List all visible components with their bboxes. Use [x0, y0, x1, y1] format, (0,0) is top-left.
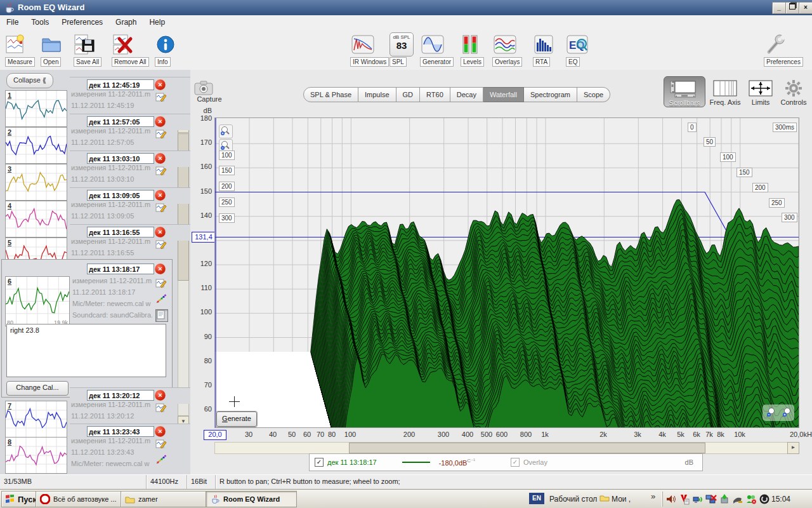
zoom-in-icon[interactable] [781, 407, 792, 418]
generator-button[interactable]: Generator [420, 32, 445, 57]
desktop-toolbar[interactable]: Рабочий стол Мои , [549, 494, 631, 504]
collapse-button[interactable]: Collapse ⟪ [6, 73, 53, 88]
tab-impulse[interactable]: Impulse [358, 87, 396, 102]
rta-button[interactable]: RTA [533, 32, 554, 57]
change-cal-button[interactable]: Change Cal... [6, 381, 69, 396]
menu-preferences[interactable]: Preferences [55, 15, 109, 27]
menu-help[interactable]: Help [143, 15, 171, 27]
update-icon[interactable] [719, 493, 730, 505]
measurement-thumbnail[interactable]: 3 [5, 164, 67, 201]
measurement-thumbnail[interactable]: 4 [5, 201, 67, 237]
zoom-fit-vertical-icon[interactable] [219, 124, 233, 138]
open-button[interactable]: Open [41, 32, 62, 57]
measurement-thumbnail[interactable]: 68019,9k [5, 276, 70, 326]
volume-icon[interactable] [665, 493, 677, 505]
tab-decay[interactable]: Decay [450, 87, 483, 102]
generate-button[interactable]: Generate [216, 411, 257, 427]
edit-measurement-icon[interactable] [155, 91, 167, 103]
language-indicator[interactable]: EN [529, 493, 544, 504]
delete-measurement-icon[interactable]: × [155, 390, 166, 401]
tab-gd[interactable]: GD [396, 87, 421, 102]
menu-graph[interactable]: Graph [109, 15, 143, 27]
edit-measurement-icon[interactable] [155, 438, 167, 450]
remove-all-button[interactable]: Remove All [112, 32, 134, 57]
ir-windows-button[interactable]: IR Windows [350, 32, 376, 57]
measurement-name-input[interactable] [87, 79, 154, 90]
measurement-thumbnail[interactable]: 1 [5, 90, 67, 127]
minimize-button[interactable]: _ [772, 2, 786, 14]
edit-measurement-icon[interactable] [155, 239, 167, 250]
messenger-icon[interactable] [745, 493, 757, 505]
antivirus-icon[interactable] [679, 493, 690, 505]
delete-measurement-icon[interactable]: × [155, 190, 166, 201]
measurement-name-input[interactable] [87, 390, 154, 401]
tab-spl-amp-phase[interactable]: SPL & Phase [303, 87, 358, 102]
measurement-name-input[interactable] [87, 116, 154, 127]
measurement-name-input[interactable] [87, 227, 154, 237]
restore-button[interactable] [785, 2, 799, 14]
tab-rt60[interactable]: RT60 [420, 87, 450, 102]
toolbar-chevron[interactable]: » [651, 491, 655, 501]
edit-measurement-icon[interactable] [155, 402, 167, 413]
tab-waterfall[interactable]: Waterfall [483, 87, 524, 102]
waterfall-chart[interactable]: 100150200250300 050100150200250300 300ms… [214, 117, 799, 428]
edit-measurement-icon[interactable] [155, 128, 167, 140]
edit-measurement-icon[interactable] [155, 165, 167, 177]
eq-icon: EQ [566, 32, 589, 57]
sweep-settings-icon[interactable] [155, 454, 167, 465]
delete-measurement-icon[interactable]: × [155, 227, 166, 237]
measurement-name-input[interactable] [87, 426, 154, 437]
scrollbars-button[interactable]: Scrollbars [664, 76, 705, 107]
zoom-out-icon[interactable] [765, 407, 776, 418]
y-tick-label: 60 [190, 405, 212, 413]
measurement-thumbnail[interactable]: 8 [5, 437, 67, 474]
task-button-1[interactable]: zamer [121, 491, 212, 507]
overlay-checkbox[interactable]: ✓ [511, 458, 520, 467]
measurement-thumbnail[interactable]: 7 [5, 401, 67, 438]
tab-scope[interactable]: Scope [577, 87, 610, 102]
limits-button[interactable]: Limits [746, 76, 775, 106]
levels-button[interactable]: Levels [461, 32, 480, 57]
measurement-name-input[interactable] [87, 153, 154, 164]
delete-measurement-icon[interactable]: × [155, 153, 166, 164]
preferences-button[interactable]: Preferences [764, 32, 787, 57]
delete-measurement-icon[interactable]: × [155, 426, 166, 437]
tab-spectrogram[interactable]: Spectrogram [524, 87, 577, 102]
info-button[interactable]: Info [155, 32, 176, 57]
delete-measurement-icon[interactable]: × [155, 264, 166, 274]
close-button[interactable]: × [799, 2, 812, 14]
controls-button[interactable]: Controls [778, 76, 809, 106]
opera-tray-icon[interactable] [759, 493, 770, 505]
edit-measurement-icon[interactable] [155, 277, 167, 289]
printer-icon[interactable] [732, 493, 743, 505]
notes-icon[interactable] [155, 309, 168, 322]
start-button[interactable]: Пуск [1, 491, 38, 507]
delete-measurement-icon[interactable]: × [155, 116, 166, 127]
hscroll-thumb[interactable] [349, 443, 705, 453]
notes-textarea[interactable]: right 23.8 [6, 324, 166, 377]
menu-tools[interactable]: Tools [25, 15, 55, 27]
hscroll-right-arrow[interactable]: ► [787, 442, 799, 454]
delete-measurement-icon[interactable]: × [155, 79, 166, 90]
eq-button[interactable]: EQEQ [566, 32, 589, 57]
series-visible-checkbox[interactable]: ✓ [315, 458, 324, 467]
time-tick-label: 50 [704, 137, 716, 147]
edit-measurement-icon[interactable] [155, 202, 167, 213]
measurement-name-input[interactable] [87, 264, 154, 274]
save-all-button[interactable]: Save All [74, 32, 96, 57]
sweep-settings-icon[interactable] [155, 293, 167, 305]
measure-button[interactable]: Measure [5, 32, 27, 57]
network-icon[interactable] [692, 493, 704, 505]
spl-meter-button[interactable]: dB SPL83SPL [390, 32, 414, 57]
time-tick-label: 0 [688, 123, 697, 132]
overlays-button[interactable]: Overlays [492, 32, 518, 57]
task-button-0[interactable]: Всё об автозвуке ... [36, 491, 127, 507]
menu-file[interactable]: File [0, 15, 25, 27]
freq-axis-button[interactable]: Freq. Axis [707, 76, 743, 106]
network-offline-icon[interactable] [705, 493, 717, 505]
measurement-thumbnail[interactable]: 2 [5, 127, 67, 164]
measurement-name-input[interactable] [87, 190, 154, 201]
x-tick-label: 6k [693, 431, 700, 438]
task-button-2[interactable]: Room EQ Wizard [206, 491, 297, 507]
capture-button[interactable]: Capture [194, 80, 225, 103]
